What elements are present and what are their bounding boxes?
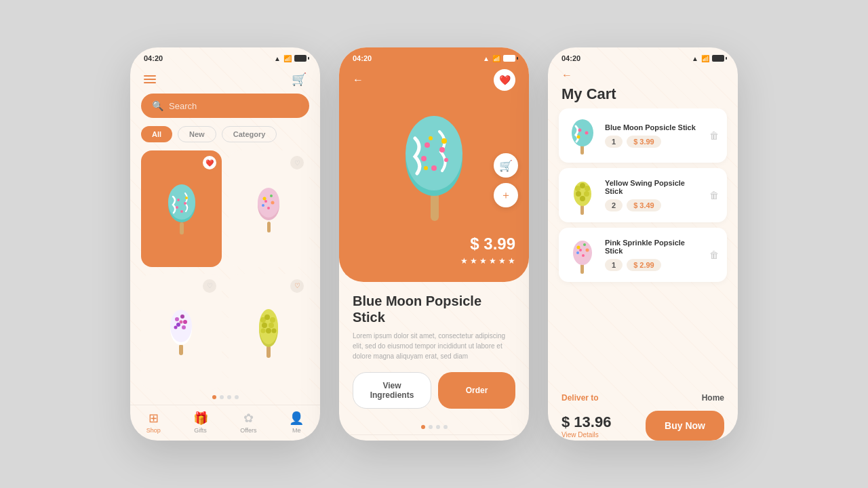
cart-item-info-1: Blue Moon Popsicle Stick 1 $ 3.99 — [605, 123, 703, 148]
svg-point-2 — [168, 184, 195, 220]
signal-icon-2: ▲ — [483, 55, 490, 62]
time-1: 04:20 — [144, 54, 163, 62]
remove-item-3[interactable]: 🗑 — [709, 249, 719, 260]
qty-badge-3: 1 — [605, 259, 623, 271]
product-card-2[interactable]: ♡ — [229, 150, 309, 267]
svg-point-33 — [262, 323, 267, 328]
cart-back-button[interactable]: ← — [561, 69, 572, 81]
popsicle-image-4 — [250, 306, 288, 357]
hero-add-button[interactable]: ＋ — [494, 183, 518, 207]
favorite-button-3[interactable]: ♡ — [203, 279, 216, 293]
order-button[interactable]: Order — [438, 372, 515, 409]
svg-point-42 — [439, 147, 445, 152]
nav-gifts[interactable]: 🎁 Gifts — [193, 411, 208, 434]
svg-point-32 — [270, 317, 275, 323]
svg-point-31 — [264, 314, 270, 320]
battery-icon-3 — [712, 55, 724, 62]
product-card-3[interactable]: ♡ — [141, 274, 222, 390]
view-details-link[interactable]: View Details — [561, 431, 637, 439]
total-row: $ 13.96 View Details Buy Now — [561, 411, 724, 441]
wifi-icon-3: 📶 — [701, 55, 709, 62]
dot-2 — [220, 395, 224, 399]
back-button[interactable]: ← — [353, 74, 363, 86]
cart-item-name-3: Pink Sprinkle Popsicle Stick — [605, 239, 703, 255]
svg-point-3 — [177, 199, 180, 201]
search-bar[interactable]: 🔍 — [141, 94, 309, 118]
remove-item-2[interactable]: 🗑 — [709, 190, 719, 201]
svg-point-10 — [258, 188, 279, 218]
search-icon: 🔍 — [152, 100, 163, 111]
svg-point-66 — [586, 249, 589, 252]
cart-item-info-3: Pink Sprinkle Popsicle Stick 1 $ 2.99 — [605, 239, 703, 271]
svg-point-64 — [577, 246, 580, 249]
svg-point-26 — [180, 321, 183, 324]
nav-shop[interactable]: ⊞ Shop — [146, 411, 161, 434]
svg-point-5 — [176, 206, 178, 209]
favorite-button-1[interactable]: ❤️ — [203, 156, 216, 169]
cart-title: My Cart — [561, 85, 724, 103]
star-4: ★ — [489, 256, 496, 266]
cart-item-img-1 — [567, 115, 598, 156]
hero-cart-button[interactable]: 🛒 — [494, 153, 518, 178]
filter-all[interactable]: All — [141, 126, 172, 142]
menu-button[interactable] — [144, 75, 156, 83]
svg-point-46 — [429, 136, 433, 140]
product-card-featured[interactable]: ❤️ — [141, 150, 222, 267]
svg-point-35 — [266, 328, 271, 333]
svg-point-45 — [431, 165, 437, 171]
svg-point-14 — [262, 204, 264, 207]
search-input[interactable] — [169, 101, 298, 111]
svg-point-60 — [584, 191, 589, 197]
wifi-icon: 📶 — [283, 55, 292, 62]
svg-point-69 — [579, 249, 582, 251]
star-3: ★ — [479, 256, 487, 266]
remove-item-1[interactable]: 🗑 — [709, 130, 719, 141]
svg-point-20 — [175, 317, 179, 321]
cart-item-img-2 — [567, 175, 598, 216]
svg-point-63 — [573, 241, 592, 265]
popsicle-image-1 — [163, 183, 200, 234]
svg-point-23 — [176, 323, 180, 327]
svg-point-51 — [578, 129, 582, 132]
status-icons-3: ▲ 📶 — [692, 55, 724, 62]
product-card-4[interactable]: ♡ — [229, 274, 309, 390]
gifts-icon: 🎁 — [193, 411, 208, 426]
svg-point-65 — [583, 243, 586, 246]
svg-rect-62 — [580, 264, 584, 274]
status-bar-2: 04:20 ▲ 📶 — [339, 47, 529, 66]
phone-cart: 04:20 ▲ 📶 ← My Cart — [548, 47, 738, 441]
star-5: ★ — [498, 256, 506, 266]
cart-item-2: Yellow Swing Popsicle Stick 2 $ 3.49 🗑 — [559, 168, 727, 222]
nav-me[interactable]: 👤 Me — [289, 411, 304, 434]
svg-point-16 — [264, 200, 267, 203]
hero-favorite-button[interactable]: ❤️ — [494, 69, 515, 91]
battery-icon-2 — [503, 55, 515, 62]
me-icon: 👤 — [289, 411, 304, 426]
svg-point-37 — [272, 328, 277, 333]
buy-now-button[interactable]: Buy Now — [646, 411, 724, 441]
ingredients-button[interactable]: View Ingredients — [353, 372, 431, 409]
nav-offers[interactable]: ✿ Offers — [240, 411, 256, 434]
deliver-row: Deliver to Home — [561, 393, 724, 403]
svg-rect-17 — [179, 344, 183, 355]
time-3: 04:20 — [561, 54, 580, 62]
favorite-button-2[interactable]: ♡ — [290, 156, 304, 169]
cart-item-1: Blue Moon Popsicle Stick 1 $ 3.99 🗑 — [559, 108, 727, 163]
cart-item-bottom-1: 1 $ 3.99 — [605, 136, 703, 148]
cart-item-name-2: Yellow Swing Popsicle Stick — [605, 179, 703, 195]
phone-shop: 04:20 ▲ 📶 🛒 🔍 All New — [130, 47, 320, 441]
deliver-label: Deliver to — [561, 393, 599, 403]
time-2: 04:20 — [353, 54, 372, 62]
status-bar-3: 04:20 ▲ 📶 — [548, 47, 738, 66]
svg-point-47 — [444, 158, 448, 162]
product-price: $ 3.99 — [339, 235, 529, 253]
favorite-button-4[interactable]: ♡ — [290, 279, 304, 293]
svg-rect-27 — [267, 346, 271, 358]
cart-item-info-2: Yellow Swing Popsicle Stick 2 $ 3.49 — [605, 179, 703, 211]
filter-new[interactable]: New — [178, 126, 216, 142]
svg-point-34 — [269, 323, 274, 328]
svg-point-36 — [261, 328, 266, 333]
cart-button[interactable]: 🛒 — [292, 72, 307, 87]
filter-tabs: All New Category — [130, 126, 320, 150]
filter-category[interactable]: Category — [222, 126, 277, 142]
